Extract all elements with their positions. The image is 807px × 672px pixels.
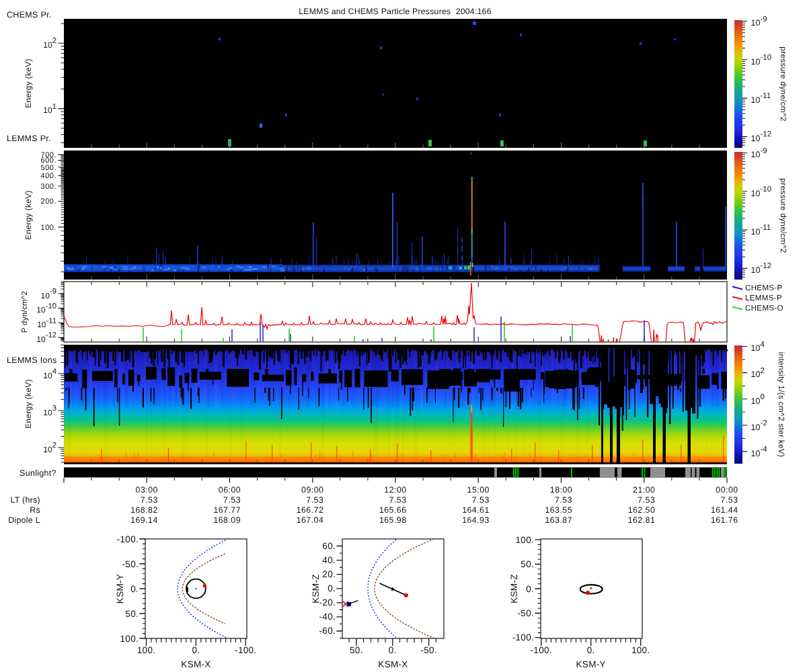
svg-text:163.55: 163.55 [545,505,572,515]
svg-text:15:00: 15:00 [467,485,490,495]
svg-text:12:00: 12:00 [384,485,406,495]
svg-text:P dyn/cm^2: P dyn/cm^2 [21,291,29,333]
svg-text:169.14: 169.14 [130,515,158,525]
svg-text:KSM-Z: KSM-Z [509,574,519,603]
svg-text:100.: 100. [137,645,155,655]
svg-text:CHEMS Pr.: CHEMS Pr. [7,10,52,19]
svg-text:7.53: 7.53 [141,495,158,505]
svg-text:KSM-Z: KSM-Z [311,574,321,603]
svg-text:700.: 700. [41,151,56,159]
svg-text:7.53: 7.53 [389,495,407,505]
svg-text:Energy (keV): Energy (keV) [24,58,33,108]
svg-text:06:00: 06:00 [219,485,241,495]
svg-text:KSM-X: KSM-X [181,659,210,669]
svg-text:LT (hrs): LT (hrs) [10,495,40,505]
svg-text:Dipole L: Dipole L [8,515,40,525]
svg-text:Rs: Rs [30,505,40,515]
svg-text:7.53: 7.53 [223,495,241,505]
svg-text:-40.: -40. [319,612,336,622]
svg-text:168.09: 168.09 [213,515,241,525]
svg-text:-100.: -100. [235,645,256,655]
svg-text:7.53: 7.53 [721,495,738,505]
svg-text:LEMMS Ions: LEMMS Ions [7,355,57,365]
svg-text:pressure dyne/cm^2: pressure dyne/cm^2 [779,178,788,253]
svg-text:18:00: 18:00 [550,485,572,495]
svg-text:161.76: 161.76 [711,515,738,525]
svg-text:00:00: 00:00 [716,485,738,495]
svg-text:-100.: -100. [531,645,552,655]
svg-text:50.: 50. [350,645,363,655]
svg-text:100.: 100. [41,224,56,232]
svg-text:400.: 400. [41,172,56,180]
svg-text:KSM-X: KSM-X [378,659,408,669]
svg-text:200.: 200. [41,198,56,206]
svg-text:0.: 0. [526,584,534,594]
svg-text:167.04: 167.04 [297,515,324,525]
svg-text:KSM-Y: KSM-Y [115,574,125,603]
svg-text:7.53: 7.53 [555,495,572,505]
svg-text:100.: 100. [631,645,650,655]
svg-text:164.61: 164.61 [462,505,490,515]
svg-text:09:00: 09:00 [301,485,323,495]
svg-text:-100.: -100. [512,632,534,642]
svg-text:166.72: 166.72 [297,505,324,515]
svg-text:162.81: 162.81 [628,515,656,525]
svg-text:0.: 0. [389,645,397,655]
svg-text:50.: 50. [521,559,534,569]
svg-text:167.77: 167.77 [213,505,241,515]
svg-text:03:00: 03:00 [136,485,158,495]
svg-text:-50.: -50. [518,608,534,618]
svg-text:300.: 300. [41,183,56,191]
svg-text:-20.: -20. [319,597,336,607]
svg-text:-50.: -50. [420,645,436,655]
svg-text:0.: 0. [192,645,200,655]
svg-text:60.: 60. [322,541,336,551]
svg-text:100.: 100. [120,634,139,644]
svg-text:7.53: 7.53 [638,495,655,505]
svg-text:LEMMS and CHEMS Particle Press: LEMMS and CHEMS Particle Pressures 2004:… [299,7,491,16]
svg-text:21:00: 21:00 [633,485,655,495]
svg-text:165.66: 165.66 [379,505,407,515]
svg-text:168.82: 168.82 [130,505,158,515]
svg-text:CHEMS-O: CHEMS-O [745,304,783,312]
svg-text:-60.: -60. [319,626,336,636]
svg-text:KSM-Y: KSM-Y [576,659,606,669]
svg-text:100.: 100. [516,535,534,545]
svg-text:50.: 50. [125,609,139,619]
svg-text:Sunlight?: Sunlight? [20,468,56,478]
svg-text:7.53: 7.53 [306,495,323,505]
svg-text:7.53: 7.53 [472,495,490,505]
svg-text:20.: 20. [322,569,336,579]
svg-text:CHEMS-P: CHEMS-P [745,284,783,292]
svg-text:0.: 0. [130,584,139,594]
svg-text:Energy (keV): Energy (keV) [24,190,33,240]
svg-text:-50.: -50. [122,559,139,569]
svg-text:Energy (keV): Energy (keV) [24,379,33,429]
svg-text:pressure dyne/cm^2: pressure dyne/cm^2 [779,46,788,121]
svg-text:0.: 0. [328,583,336,593]
svg-text:164.93: 164.93 [462,515,490,525]
svg-text:165.98: 165.98 [379,515,407,525]
svg-text:intensity 1/(s cm^2 ster keV): intensity 1/(s cm^2 ster keV) [777,352,786,458]
svg-text:LEMMS Pr.: LEMMS Pr. [7,134,51,143]
svg-text:162.50: 162.50 [628,505,656,515]
svg-text:40.: 40. [322,555,336,565]
svg-text:161.44: 161.44 [711,505,738,515]
svg-text:0.: 0. [587,645,595,655]
svg-text:163.87: 163.87 [545,515,572,525]
svg-text:-100.: -100. [117,534,139,544]
svg-text:LEMMS-P: LEMMS-P [745,294,782,302]
